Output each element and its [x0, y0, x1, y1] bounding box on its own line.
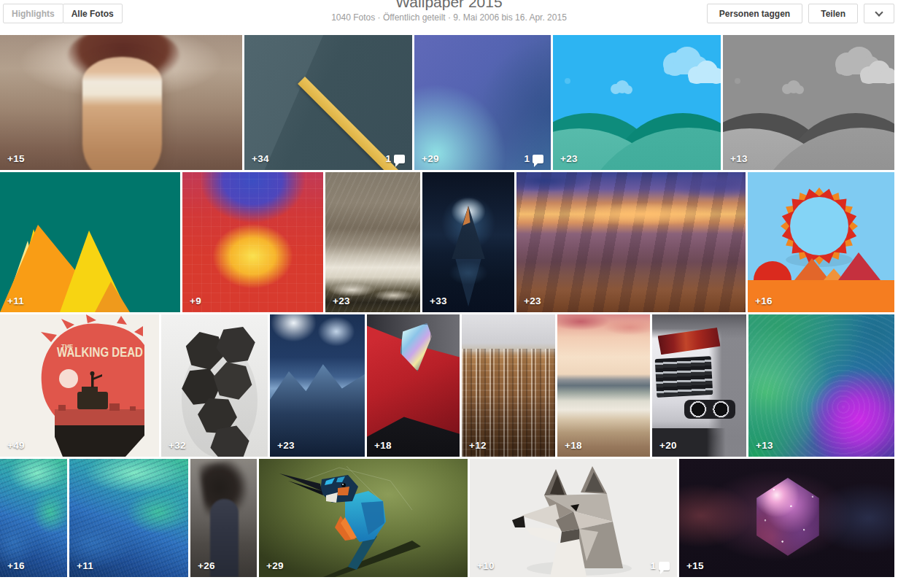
grid-row: +16 +11 +26: [0, 459, 894, 577]
photo-comment-count: 1: [650, 560, 670, 571]
photo-stack-count: +10: [477, 560, 495, 571]
photo-tile-lowpoly-kingfisher[interactable]: +29: [259, 459, 468, 577]
photo-tile-blue-mountains[interactable]: +23: [270, 314, 365, 457]
photo-comment-count: 1: [385, 153, 405, 164]
photo-tile-material-mountains[interactable]: +11: [0, 172, 180, 312]
photo-tile-model-portrait[interactable]: +15: [0, 35, 242, 170]
photo-tile-material-gold-stripe[interactable]: +34 1: [244, 35, 412, 170]
photo-stack-count: +15: [7, 153, 25, 164]
photo-tile-clouds-teal[interactable]: +23: [553, 35, 721, 170]
photo-tile-blue-abstract[interactable]: +29 1: [414, 35, 551, 170]
wolf-illustration: [470, 459, 677, 577]
photo-tile-clouds-gray[interactable]: +13: [723, 35, 894, 170]
photo-stack-count: +23: [333, 295, 350, 306]
tab-alle-fotos[interactable]: Alle Fotos: [63, 4, 123, 23]
photo-tile-mountain-reflection[interactable]: +33: [422, 172, 514, 312]
album-header: Highlights Alle Fotos Wallpaper 2015 104…: [0, 0, 898, 35]
comment-icon: [533, 155, 543, 163]
tag-people-button[interactable]: Personen taggen: [707, 4, 802, 23]
photo-stack-count: +29: [266, 560, 284, 571]
photo-tile-white-sports-car[interactable]: +20: [652, 314, 746, 457]
photo-stack-count: +20: [659, 440, 677, 451]
photo-stack-count: +16: [755, 295, 773, 306]
photo-stack-count: +18: [374, 440, 392, 451]
photo-stack-count: +11: [7, 295, 24, 306]
photo-tile-teal-fractal-2[interactable]: +11: [69, 459, 188, 577]
photo-stack-count: +15: [686, 560, 704, 571]
photo-shape: [400, 323, 432, 371]
photo-stack-count: +29: [422, 153, 439, 164]
photo-stack-count: +18: [565, 440, 582, 451]
more-options-button[interactable]: [864, 4, 894, 23]
kingfisher-illustration: [259, 459, 468, 577]
photo-stack-count: +12: [469, 440, 487, 451]
photo-stack-count: +23: [277, 440, 295, 451]
photo-stack-count: +26: [198, 560, 215, 571]
walking-dead-illustration: THE WALKING DEAD: [0, 314, 159, 457]
photo-stack-count: +23: [560, 153, 578, 164]
photo-comment-count: 1: [524, 153, 543, 164]
photo-shape: [422, 172, 514, 312]
photo-tile-girl-in-wind[interactable]: +26: [190, 459, 257, 577]
photo-stack-count: +23: [524, 295, 541, 306]
photo-tile-pixel-heatmap[interactable]: +9: [182, 172, 323, 312]
photo-stack-count: +9: [190, 295, 201, 306]
photo-stack-count: +11: [77, 560, 93, 571]
header-actions: Personen taggen Teilen: [701, 4, 894, 23]
comment-icon: [659, 562, 670, 570]
photo-tile-grand-canyon[interactable]: +23: [516, 172, 746, 312]
photo-tile-charcoal-hexagons[interactable]: +32: [161, 314, 268, 457]
photo-stack-count: +13: [756, 440, 773, 451]
photo-tile-ocean-waves[interactable]: +23: [325, 172, 420, 312]
clouds-gray-illustration: [723, 35, 894, 170]
photo-tile-galaxy-crystal[interactable]: +15: [679, 459, 894, 577]
photo-tile-lowpoly-wolf[interactable]: +10 1: [470, 459, 677, 577]
photo-tile-walking-dead[interactable]: THE WALKING DEAD +49: [0, 314, 159, 457]
photo-grid: +15 +34 1 +29 1: [0, 35, 894, 577]
photo-tile-color-swirl[interactable]: +13: [748, 314, 894, 457]
photo-tile-teal-fractal-1[interactable]: +16: [0, 459, 67, 577]
comment-icon: [394, 155, 405, 163]
poster-text-title: WALKING DEAD: [57, 344, 143, 360]
photo-stack-count: +34: [252, 153, 269, 164]
hexagon-stones-illustration: [161, 314, 268, 457]
photo-tile-beach-sunset[interactable]: +18: [557, 314, 650, 457]
photo-stack-count: +32: [169, 440, 186, 451]
chevron-down-icon: [875, 8, 883, 16]
photo-stack-count: +49: [7, 440, 25, 451]
mountains-illustration: [0, 172, 180, 312]
photo-stack-count: +16: [7, 560, 25, 571]
grid-row: +15 +34 1 +29 1: [0, 35, 894, 170]
share-button[interactable]: Teilen: [808, 4, 858, 23]
photo-tile-winter-city[interactable]: +12: [462, 314, 555, 457]
photo-tile-material-sun[interactable]: +16: [748, 172, 894, 312]
grid-row: THE WALKING DEAD +49 +32 +23: [0, 314, 894, 457]
photo-tile-red-sports-car[interactable]: +18: [367, 314, 460, 457]
photo-stack-count: +33: [430, 295, 447, 306]
clouds-teal-illustration: [553, 35, 721, 170]
photo-shape: [684, 400, 735, 419]
grid-row: +11 +9 +23 +33 +23: [0, 172, 894, 312]
photo-stack-count: +13: [730, 153, 748, 164]
sun-illustration: [748, 172, 894, 312]
